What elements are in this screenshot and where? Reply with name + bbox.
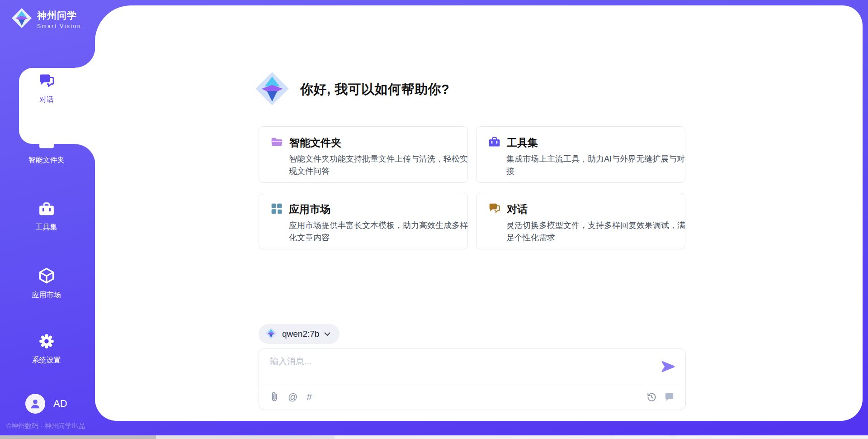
card-description: 智能文件夹功能支持批量文件上传与清洗，轻松实现文件问答 (289, 153, 471, 177)
sidebar-item-label: 对话 (39, 95, 54, 105)
card-app-market[interactable]: 应用市场 应用市场提供丰富长文本模板，助力高效生成多样化文章内容 (259, 193, 468, 249)
card-title: 工具集 (507, 136, 538, 150)
message-composer: @ # (259, 348, 686, 410)
main-content-panel: 你好, 我可以如何帮助你? 智能文件夹 智能文件夹功能支持批量文件上传与清洗，轻… (95, 5, 863, 421)
user-account[interactable]: AD (25, 394, 67, 414)
brand-name: 神州问学 (37, 9, 81, 22)
sidebar-item-smart-folder[interactable]: 智能文件夹 (0, 136, 93, 165)
sidebar-item-chat[interactable]: 对话 (19, 73, 74, 105)
folder-icon (271, 137, 283, 149)
card-description: 应用市场提供丰富长文本模板，助力高效生成多样化文章内容 (289, 220, 471, 244)
sidebar-item-label: 系统设置 (32, 356, 61, 365)
card-toolbox[interactable]: 工具集 集成市场上主流工具，助力AI与外界无缝扩展与对接 (476, 126, 685, 183)
cube-icon (38, 267, 55, 286)
send-button[interactable] (661, 360, 675, 373)
greeting-title: 你好, 我可以如何帮助你? (300, 81, 449, 99)
chat-bubble-icon[interactable] (664, 392, 675, 402)
brand-diamond-logo-icon (11, 7, 33, 31)
chat-icon (38, 73, 55, 91)
sidebar-item-label: 工具集 (36, 223, 57, 232)
greeting-diamond-logo-icon (254, 71, 290, 109)
horizontal-scrollbar[interactable] (0, 435, 868, 439)
model-selector[interactable]: qwen2:7b (259, 324, 340, 344)
app-grid-icon (271, 203, 283, 216)
gear-icon (38, 333, 55, 351)
scrollbar-track-segment (156, 435, 335, 439)
chevron-down-icon (324, 330, 330, 338)
chat-icon (488, 203, 500, 216)
card-smart-folder[interactable]: 智能文件夹 智能文件夹功能支持批量文件上传与清洗，轻松实现文件问答 (259, 126, 468, 183)
card-title: 智能文件夹 (289, 136, 341, 150)
composer-toolbar: @ # (270, 384, 675, 410)
user-avatar (25, 394, 45, 414)
sidebar-item-settings[interactable]: 系统设置 (0, 333, 93, 365)
sidebar: 神州问学 Smart Vision 对话 智能文件夹 (0, 0, 95, 439)
model-name: qwen2:7b (282, 329, 319, 339)
copyright-footer: ©神州数码 · 神州问学出品 (6, 422, 85, 430)
toolbox-icon (488, 136, 500, 149)
model-diamond-logo-icon (265, 327, 277, 341)
card-description: 灵活切换多模型文件，支持多样回复效果调试，满足个性化需求 (506, 220, 688, 244)
feature-cards: 智能文件夹 智能文件夹功能支持批量文件上传与清洗，轻松实现文件问答 工具集 集成… (259, 126, 685, 249)
brand-subtitle: Smart Vision (37, 23, 81, 29)
scrollbar-thumb[interactable] (0, 435, 156, 439)
brand: 神州问学 Smart Vision (11, 7, 81, 31)
tab-curve-top (75, 48, 95, 68)
card-description: 集成市场上主流工具，助力AI与外界无缝扩展与对接 (506, 153, 688, 177)
history-icon[interactable] (646, 392, 657, 402)
mention-icon[interactable]: @ (288, 391, 297, 402)
sidebar-item-app-market[interactable]: 应用市场 (0, 267, 93, 300)
sidebar-item-toolbox[interactable]: 工具集 (0, 202, 93, 232)
card-title: 对话 (507, 202, 528, 216)
attachment-icon[interactable] (270, 391, 279, 402)
sidebar-item-label: 应用市场 (32, 291, 61, 300)
card-chat[interactable]: 对话 灵活切换多模型文件，支持多样回复效果调试，满足个性化需求 (476, 193, 685, 249)
hashtag-icon[interactable]: # (307, 391, 312, 402)
card-title: 应用市场 (289, 202, 330, 216)
message-input[interactable] (270, 356, 645, 380)
toolbox-icon (38, 202, 55, 218)
user-name: AD (53, 398, 67, 410)
folder-icon (38, 136, 55, 151)
sidebar-item-label: 智能文件夹 (28, 156, 65, 165)
greeting: 你好, 我可以如何帮助你? (254, 71, 449, 109)
